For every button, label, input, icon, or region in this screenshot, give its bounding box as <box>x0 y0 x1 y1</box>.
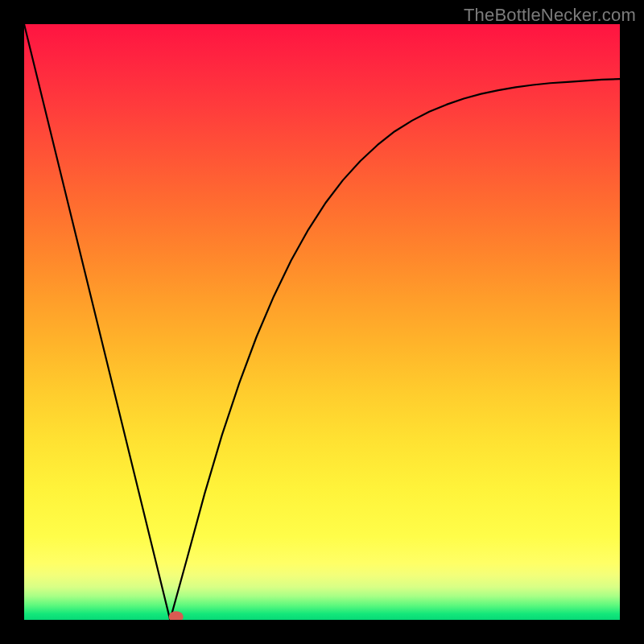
chart-frame: TheBottleNecker.com <box>0 0 644 644</box>
plot-area <box>24 24 620 620</box>
background-gradient <box>24 24 620 620</box>
watermark-text: TheBottleNecker.com <box>464 5 636 26</box>
chart-svg <box>24 24 620 620</box>
